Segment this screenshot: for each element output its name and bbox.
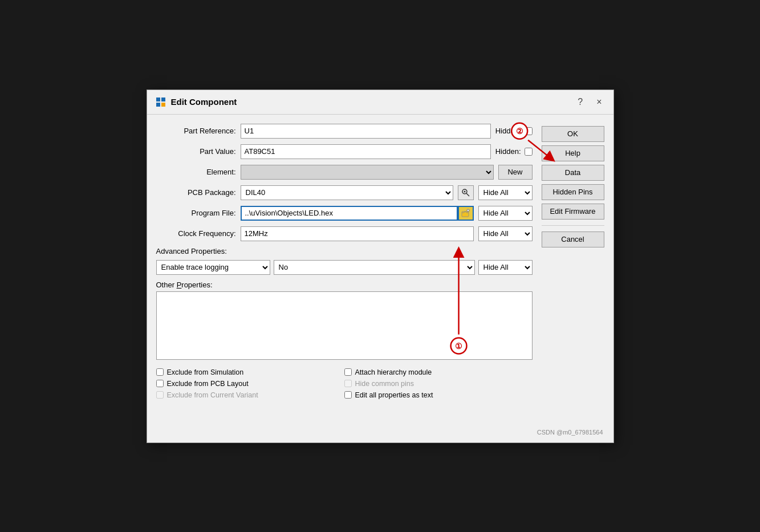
pcb-package-select[interactable]: DIL40 [241,185,453,200]
program-file-input[interactable] [241,206,458,221]
exclude-pcb-label: Exclude from PCB Layout [167,380,249,388]
data-button[interactable]: Data [542,165,604,181]
hide-common-label: Hide common pins [355,380,414,388]
part-reference-input[interactable]: U1 [241,124,491,139]
attach-hierarchy-item: Attach hierarchy module [344,368,533,376]
part-value-hidden-group: Hidden: [495,147,533,156]
edit-component-dialog: Edit Component ? × Part Reference: U1 Hi… [147,90,614,443]
close-title-button[interactable]: × [593,96,605,108]
part-value-input[interactable] [241,144,491,159]
program-file-label: Program File: [156,209,236,217]
title-bar: Edit Component ? × [147,90,613,115]
edit-all-properties-checkbox[interactable] [344,391,352,399]
watermark: CSDN @m0_67981564 [537,429,603,436]
advanced-properties-row: Enable trace logging No Hide All [156,260,533,275]
dialog-title: Edit Component [171,97,237,107]
help-title-button[interactable]: ? [574,96,586,108]
svg-point-9 [467,209,468,210]
part-reference-label: Part Reference: [156,127,236,135]
clock-frequency-row: Clock Frequency: Hide All [156,226,533,241]
hidden-label-1: Hidden: [495,127,521,135]
advanced-properties-label: Advanced Properties: [156,247,533,255]
pcb-package-hide-all-select[interactable]: Hide All [478,185,533,200]
program-file-row: Program File: Hide All [156,206,533,221]
part-value-label: Part Value: [156,147,236,156]
hidden-label-2: Hidden: [495,147,521,156]
pcb-package-row: PCB Package: DIL40 Hide All [156,185,533,200]
part-value-row: Part Value: Hidden: [156,144,533,159]
dialog-icon [155,96,166,108]
advanced-prop-hide-all-select[interactable]: Hide All [478,260,533,275]
clock-frequency-label: Clock Frequency: [156,229,236,238]
checkboxes-row: Exclude from Simulation Exclude from PCB… [156,368,533,399]
exclude-pcb-item: Exclude from PCB Layout [156,380,344,388]
element-new-button[interactable]: New [498,165,533,180]
hide-common-item: Hide common pins [344,380,533,388]
exclude-pcb-checkbox[interactable] [156,380,164,387]
exclude-variant-item: Exclude from Current Variant [156,391,344,399]
pcb-package-browse-button[interactable] [458,185,474,200]
clock-frequency-input[interactable] [241,226,474,241]
title-bar-left: Edit Component [155,96,237,108]
svg-rect-1 [161,98,165,101]
right-panel: OK Help Data Hidden Pins Edit Firmware C… [542,124,604,399]
element-select[interactable] [241,165,494,180]
exclude-simulation-label: Exclude from Simulation [167,368,244,376]
part-value-hidden-checkbox[interactable] [525,148,533,156]
svg-line-6 [466,193,469,196]
pcb-package-label: PCB Package: [156,188,236,197]
part-reference-hidden-checkbox[interactable] [525,127,533,135]
part-reference-hidden-group: Hidden: [495,127,533,135]
title-bar-right: ? × [574,96,605,108]
edit-all-properties-label: Edit all properties as text [355,391,433,399]
attach-hierarchy-label: Attach hierarchy module [355,368,432,376]
svg-rect-2 [156,103,160,107]
edit-firmware-button[interactable]: Edit Firmware [542,204,604,220]
clock-frequency-hide-all-select[interactable]: Hide All [478,226,533,241]
ok-button[interactable]: OK [542,126,604,142]
element-row: Element: New [156,165,533,180]
checkboxes-left: Exclude from Simulation Exclude from PCB… [156,368,344,399]
svg-rect-0 [156,98,160,101]
exclude-variant-checkbox [156,391,164,399]
exclude-variant-label: Exclude from Current Variant [167,391,258,399]
program-file-input-group [241,206,474,221]
program-file-hide-all-select[interactable]: Hide All [478,206,533,221]
svg-rect-3 [161,103,165,107]
form-area: Part Reference: U1 Hidden: Part Value: H… [156,124,533,399]
cancel-button[interactable]: Cancel [542,232,604,247]
attach-hierarchy-checkbox[interactable] [344,368,352,376]
button-separator [542,225,604,226]
advanced-prop-value-select[interactable]: No [274,260,475,275]
program-file-browse-button[interactable] [458,206,474,221]
dialog-body: Part Reference: U1 Hidden: Part Value: H… [147,115,613,408]
svg-rect-7 [462,212,469,217]
exclude-simulation-checkbox[interactable] [156,368,164,376]
hide-common-checkbox [344,380,352,387]
svg-point-5 [464,190,465,192]
edit-all-properties-item: Edit all properties as text [344,391,533,399]
element-label: Element: [156,168,236,176]
exclude-simulation-item: Exclude from Simulation [156,368,344,376]
advanced-prop-key-select[interactable]: Enable trace logging [156,260,270,275]
checkboxes-right: Attach hierarchy module Hide common pins… [344,368,533,399]
part-reference-row: Part Reference: U1 Hidden: [156,124,533,139]
other-properties-label: Other Properties: [156,281,533,289]
other-properties-textarea[interactable] [156,291,533,360]
hidden-pins-button[interactable]: Hidden Pins [542,184,604,200]
help-button[interactable]: Help [542,145,604,161]
